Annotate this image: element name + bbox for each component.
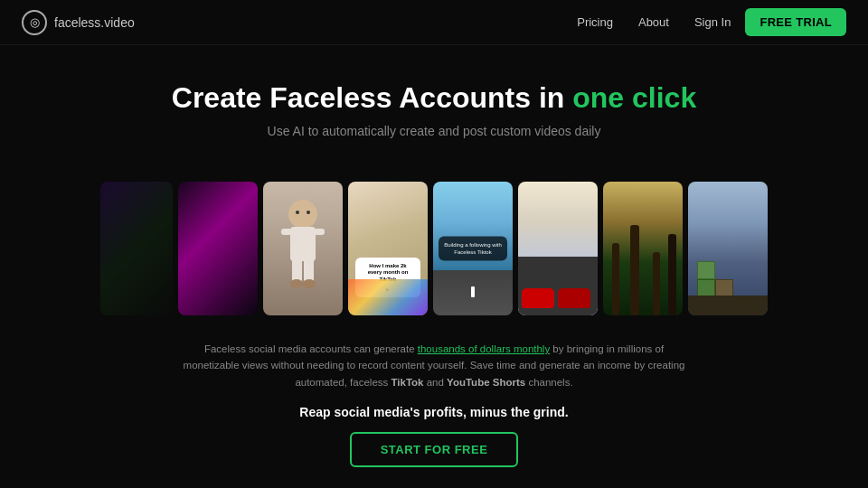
about-link[interactable]: About — [627, 10, 680, 34]
description-text: Faceless social media accounts can gener… — [163, 341, 705, 390]
start-free-button[interactable]: START FOR FREE — [350, 432, 519, 467]
svg-point-0 — [288, 200, 317, 229]
video-title-text: Building a following with Faceless Tikto… — [444, 241, 502, 257]
desc-platform2: YouTube Shorts — [447, 377, 525, 388]
hero-title-plain: Create Faceless Accounts in — [172, 81, 572, 114]
video-title-overlay: Building a following with Faceless Tikto… — [439, 237, 507, 261]
logo-icon: ◎ — [22, 10, 47, 35]
gallery-item-3 — [263, 182, 343, 315]
hero-title-accent: one click — [572, 81, 696, 114]
gallery-item-1 — [100, 182, 173, 315]
video-gallery: How I make 2k every month on TikTok ▶ Bu… — [0, 182, 868, 315]
pricing-link[interactable]: Pricing — [566, 10, 624, 34]
logo[interactable]: ◎ faceless.video — [22, 10, 135, 35]
svg-point-8 — [290, 279, 303, 288]
desc-highlight: thousands of dollars monthly — [418, 343, 550, 354]
hero-title: Create Faceless Accounts in one click — [18, 81, 850, 115]
gallery-item-4: How I make 2k every month on TikTok ▶ — [348, 182, 428, 315]
desc-end: channels. — [525, 377, 572, 388]
desc-before: Faceless social media accounts can gener… — [204, 343, 418, 354]
svg-rect-7 — [304, 258, 314, 283]
hero-subtitle: Use AI to automatically create and post … — [18, 124, 850, 138]
tagline: Reap social media's profits, minus the g… — [0, 405, 868, 419]
gallery-item-7 — [603, 182, 683, 315]
signin-link[interactable]: Sign In — [684, 10, 741, 34]
desc-and: and — [424, 377, 448, 388]
logo-text: faceless.video — [54, 15, 135, 30]
nav-links: Pricing About Sign In FREE TRIAL — [566, 8, 846, 36]
svg-rect-3 — [290, 227, 316, 261]
hero-section: Create Faceless Accounts in one click Us… — [0, 45, 868, 182]
desc-platform1: TikTok — [392, 377, 424, 388]
gallery-item-2 — [178, 182, 258, 315]
navigation: ◎ faceless.video Pricing About Sign In F… — [0, 0, 868, 45]
free-trial-button[interactable]: FREE TRIAL — [745, 8, 846, 36]
svg-point-9 — [303, 279, 316, 288]
gallery-item-8 — [688, 182, 768, 315]
svg-rect-6 — [292, 258, 302, 283]
svg-point-1 — [296, 211, 299, 214]
gallery-item-6 — [518, 182, 598, 315]
gallery-item-5: Building a following with Faceless Tikto… — [433, 182, 513, 315]
svg-point-2 — [307, 211, 310, 214]
svg-rect-4 — [281, 229, 292, 235]
svg-rect-5 — [314, 229, 325, 235]
